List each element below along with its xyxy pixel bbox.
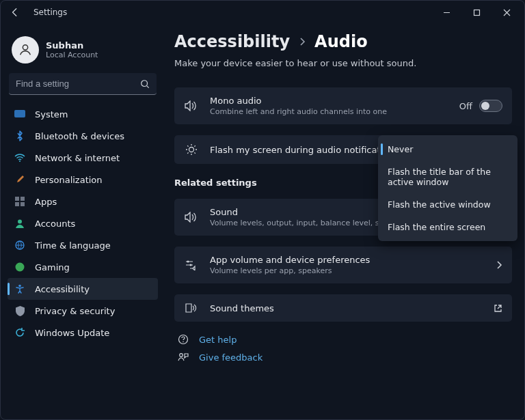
appvol-sub: Volume levels per app, speakers [210,266,485,275]
mono-audio-state: Off [459,101,472,111]
sidebar-item-label: Privacy & security [35,306,115,316]
globe-icon [14,240,25,251]
sidebar-item-label: Personalization [35,175,103,185]
sidebar-item-label: Gaming [35,262,70,272]
get-help-link[interactable]: Get help [174,334,512,345]
search-input[interactable] [9,73,157,95]
svg-rect-0 [474,10,479,15]
wifi-icon [14,152,25,163]
sidebar-item-accessibility[interactable]: Accessibility [8,278,158,300]
sidebar-item-windows-update[interactable]: Windows Update [8,322,158,344]
nav-list: System Bluetooth & devices Network & int… [8,103,158,344]
sidebar-item-label: Apps [35,197,57,207]
speaker-icon [184,212,199,223]
maximize-button[interactable] [463,2,490,23]
flash-dropdown[interactable]: Never Flash the title bar of the active … [378,135,517,241]
sidebar-item-label: System [35,109,68,120]
svg-point-14 [187,261,189,263]
user-account-type: Local Account [46,51,98,59]
sidebar-item-label: Time & language [35,240,111,251]
paintbrush-icon [14,174,25,185]
sidebar-item-label: Windows Update [35,328,109,338]
user-block[interactable]: Subhan Local Account [8,32,158,73]
svg-rect-8 [21,202,25,206]
svg-point-9 [18,220,22,224]
breadcrumb-parent[interactable]: Accessibility [174,32,290,51]
sidebar-item-label: Accounts [35,219,75,229]
themes-title: Sound themes [210,303,483,313]
window-controls [433,1,524,24]
search-box[interactable] [9,73,157,95]
person-icon [14,218,25,229]
mono-audio-sub: Combine left and right audio channels in… [210,107,448,116]
svg-point-13 [189,148,194,152]
chevron-right-icon [298,38,306,46]
mixer-icon [184,260,199,270]
sidebar-item-system[interactable]: System [8,103,158,125]
svg-point-15 [190,264,192,266]
open-external-icon [494,304,502,313]
sidebar-item-gaming[interactable]: Gaming [8,256,158,278]
sidebar-item-network[interactable]: Network & internet [8,147,158,169]
svg-rect-5 [15,197,19,201]
svg-rect-3 [15,111,25,117]
svg-point-12 [18,285,21,288]
svg-rect-7 [15,202,19,206]
search-icon [140,79,150,89]
window-title: Settings [33,8,67,17]
appvol-title: App volume and device preferences [210,255,485,265]
sidebar-item-time-language[interactable]: Time & language [8,234,158,256]
minimize-button[interactable] [433,2,460,23]
svg-point-4 [19,160,21,162]
bluetooth-icon [14,130,25,141]
brightness-icon [184,143,199,156]
get-help-label: Get help [199,335,237,345]
svg-point-17 [183,341,184,343]
dropdown-item[interactable]: Never [378,138,517,160]
help-links: Get help Give feedback [174,334,512,363]
back-icon[interactable] [10,8,20,17]
page-subtitle: Make your device easier to hear or use w… [174,58,512,68]
svg-rect-6 [21,197,25,201]
sidebar-item-apps[interactable]: Apps [8,191,158,212]
breadcrumb-current: Audio [314,32,368,51]
update-icon [14,327,25,338]
sound-theme-icon [184,303,199,313]
chevron-right-icon [496,261,502,269]
mono-audio-toggle[interactable] [479,100,502,112]
breadcrumb: Accessibility Audio [174,32,512,51]
xbox-icon [14,262,25,272]
dropdown-item[interactable]: Flash the title bar of the active window [378,160,517,193]
sidebar-item-personalization[interactable]: Personalization [8,169,158,191]
close-button[interactable] [493,2,520,23]
svg-point-2 [142,81,148,87]
give-feedback-label: Give feedback [199,352,262,363]
sidebar-item-bluetooth[interactable]: Bluetooth & devices [8,125,158,147]
sidebar-item-label: Bluetooth & devices [35,131,124,141]
accessibility-icon [14,283,25,294]
dropdown-item[interactable]: Flash the entire screen [378,216,517,238]
mono-audio-title: Mono audio [210,96,448,106]
dropdown-item[interactable]: Flash the active window [378,193,517,216]
user-name: Subhan [46,40,98,51]
speaker-icon [184,100,199,111]
give-feedback-link[interactable]: Give feedback [174,352,512,363]
svg-point-1 [23,45,27,50]
svg-point-11 [16,263,25,272]
apps-icon [14,196,25,207]
mono-audio-card[interactable]: Mono audio Combine left and right audio … [174,87,512,124]
sidebar-item-accounts[interactable]: Accounts [8,212,158,234]
sidebar-item-privacy[interactable]: Privacy & security [8,300,158,322]
svg-point-18 [180,354,183,357]
shield-icon [14,305,25,316]
sidebar: Subhan Local Account System Bluetooth & … [1,28,165,419]
feedback-icon [177,352,189,363]
avatar [12,36,39,64]
display-icon [14,109,25,120]
sound-themes-card[interactable]: Sound themes [174,294,512,322]
sidebar-item-label: Accessibility [35,284,90,294]
sidebar-item-label: Network & internet [35,153,120,163]
app-volume-card[interactable]: App volume and device preferences Volume… [174,247,512,283]
help-icon [177,334,189,345]
